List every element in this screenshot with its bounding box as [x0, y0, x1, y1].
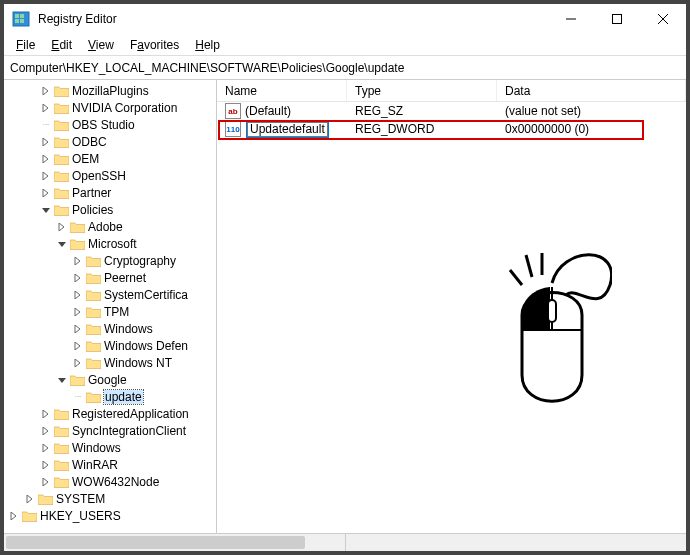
menu-favorites[interactable]: Favorites	[122, 36, 187, 54]
expand-icon[interactable]	[56, 223, 68, 231]
string-value-icon: ab	[225, 103, 241, 119]
folder-icon	[86, 272, 101, 284]
tree-node-label: OBS Studio	[72, 118, 135, 132]
tree-node[interactable]: Cryptography	[4, 252, 216, 269]
close-button[interactable]	[640, 4, 686, 34]
expand-icon[interactable]	[40, 427, 52, 435]
value-row[interactable]: ab(Default)REG_SZ(value not set)	[217, 102, 686, 120]
mouse-illustration	[492, 245, 612, 428]
tree-node[interactable]: Partner	[4, 184, 216, 201]
folder-icon	[86, 323, 101, 335]
expand-icon[interactable]	[40, 87, 52, 95]
tree-node[interactable]: MozillaPlugins	[4, 82, 216, 99]
value-name-edit[interactable]: Updatedefault	[247, 122, 328, 137]
expand-icon[interactable]	[72, 308, 84, 316]
maximize-button[interactable]	[594, 4, 640, 34]
tree-node-label: SYSTEM	[56, 492, 105, 506]
tree-node[interactable]: Google	[4, 371, 216, 388]
collapse-icon[interactable]	[56, 240, 68, 248]
folder-icon	[70, 238, 85, 250]
expand-icon[interactable]	[40, 410, 52, 418]
expand-icon[interactable]	[72, 274, 84, 282]
menu-edit[interactable]: Edit	[43, 36, 80, 54]
address-bar[interactable]: Computer\HKEY_LOCAL_MACHINE\SOFTWARE\Pol…	[4, 56, 686, 80]
expand-icon[interactable]	[40, 461, 52, 469]
expand-icon[interactable]	[72, 325, 84, 333]
tree-node[interactable]: TPM	[4, 303, 216, 320]
svg-line-9	[510, 270, 522, 285]
tree-node[interactable]: Microsoft	[4, 235, 216, 252]
menu-file[interactable]: File	[8, 36, 43, 54]
expand-icon[interactable]	[72, 291, 84, 299]
folder-icon	[54, 425, 69, 437]
tree-node[interactable]: Windows NT	[4, 354, 216, 371]
tree-node-label: Windows	[104, 322, 153, 336]
expand-icon[interactable]	[72, 359, 84, 367]
tree-node[interactable]: ···OBS Studio	[4, 116, 216, 133]
expand-icon[interactable]	[40, 155, 52, 163]
expand-icon[interactable]	[24, 495, 36, 503]
svg-rect-2	[20, 14, 24, 18]
value-type: REG_SZ	[347, 104, 497, 118]
expand-icon[interactable]	[40, 444, 52, 452]
tree-node-label: Partner	[72, 186, 111, 200]
svg-rect-1	[15, 14, 19, 18]
tree-node[interactable]: HKEY_USERS	[4, 507, 216, 524]
column-header-data[interactable]: Data	[497, 80, 686, 101]
tree-node[interactable]: Windows Defen	[4, 337, 216, 354]
expand-icon[interactable]	[72, 257, 84, 265]
folder-icon	[86, 255, 101, 267]
tree-node[interactable]: OpenSSH	[4, 167, 216, 184]
tree-node[interactable]: SyncIntegrationClient	[4, 422, 216, 439]
minimize-button[interactable]	[548, 4, 594, 34]
folder-icon	[54, 85, 69, 97]
tree-node[interactable]: Peernet	[4, 269, 216, 286]
app-icon	[12, 10, 30, 28]
main-content: MozillaPluginsNVIDIA Corporation···OBS S…	[4, 80, 686, 533]
tree-node[interactable]: ODBC	[4, 133, 216, 150]
tree-node-label: Peernet	[104, 271, 146, 285]
svg-rect-3	[15, 19, 19, 23]
expand-icon[interactable]	[40, 172, 52, 180]
tree-node-label: Google	[88, 373, 127, 387]
expand-icon[interactable]	[72, 342, 84, 350]
tree-node[interactable]: NVIDIA Corporation	[4, 99, 216, 116]
tree-node[interactable]: SystemCertifica	[4, 286, 216, 303]
tree-node-label: WOW6432Node	[72, 475, 159, 489]
value-type: REG_DWORD	[347, 122, 497, 136]
tree-node-label: Policies	[72, 203, 113, 217]
column-header-name[interactable]: Name	[217, 80, 347, 101]
folder-icon	[54, 102, 69, 114]
tree-node[interactable]: SYSTEM	[4, 490, 216, 507]
tree-hscroll[interactable]	[4, 534, 346, 551]
expand-icon[interactable]	[40, 478, 52, 486]
expand-icon[interactable]	[40, 104, 52, 112]
expand-icon[interactable]	[40, 189, 52, 197]
tree-node[interactable]: WinRAR	[4, 456, 216, 473]
window-titlebar: Registry Editor	[4, 4, 686, 34]
tree-node[interactable]: WOW6432Node	[4, 473, 216, 490]
expand-icon[interactable]	[40, 138, 52, 146]
folder-icon	[70, 221, 85, 233]
tree-node-label: OEM	[72, 152, 99, 166]
menu-view[interactable]: View	[80, 36, 122, 54]
tree-node[interactable]: Windows	[4, 320, 216, 337]
tree-node[interactable]: ···update	[4, 388, 216, 405]
collapse-icon[interactable]	[40, 206, 52, 214]
tree-node[interactable]: RegisteredApplication	[4, 405, 216, 422]
folder-icon	[54, 408, 69, 420]
tree-node[interactable]: Policies	[4, 201, 216, 218]
collapse-icon[interactable]	[56, 376, 68, 384]
value-row[interactable]: 110UpdatedefaultREG_DWORD0x00000000 (0)	[217, 120, 686, 138]
tree-node-label: Cryptography	[104, 254, 176, 268]
tree-node[interactable]: Adobe	[4, 218, 216, 235]
menu-help[interactable]: Help	[187, 36, 228, 54]
tree-node[interactable]: Windows	[4, 439, 216, 456]
list-hscroll[interactable]	[346, 534, 687, 551]
expand-icon[interactable]	[8, 512, 20, 520]
column-header-type[interactable]: Type	[347, 80, 497, 101]
values-pane[interactable]: Name Type Data ab(Default)REG_SZ(value n…	[217, 80, 686, 533]
tree-node[interactable]: OEM	[4, 150, 216, 167]
svg-rect-6	[613, 15, 622, 24]
tree-pane[interactable]: MozillaPluginsNVIDIA Corporation···OBS S…	[4, 80, 217, 533]
